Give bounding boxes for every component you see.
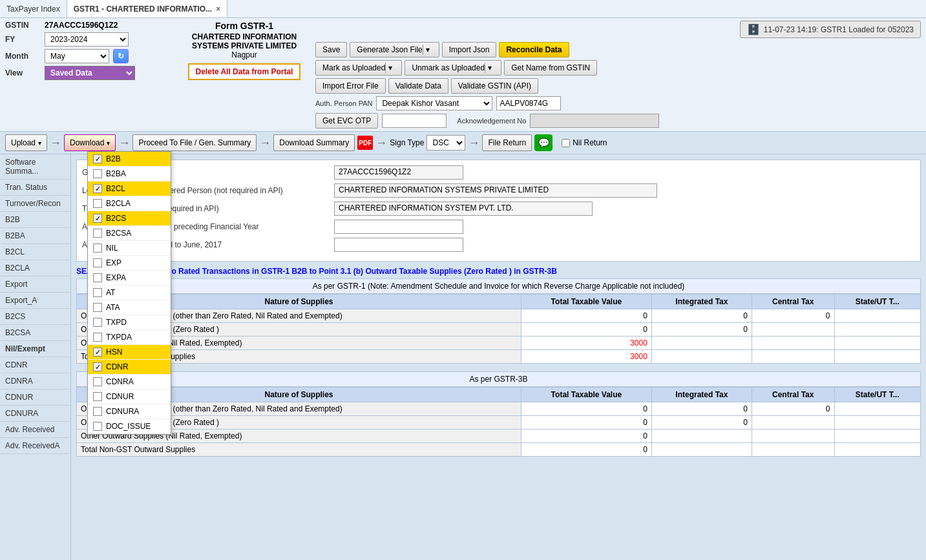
- dropdown-item-ata[interactable]: ATA: [88, 300, 171, 315]
- dropdown-item-hsn[interactable]: ✓ HSN: [88, 345, 171, 360]
- save-button[interactable]: Save: [315, 42, 347, 57]
- import-error-button[interactable]: Import Error File: [315, 78, 386, 94]
- month-select[interactable]: May JanuaryFebruaryMarchApril JuneJulyAu…: [45, 49, 109, 63]
- checkbox-cdnur[interactable]: [93, 392, 102, 401]
- mark-uploaded-button[interactable]: Mark as Uploaded ▾: [315, 60, 402, 76]
- dropdown-item-cdnr[interactable]: ✓ CDNR: [88, 360, 171, 375]
- dropdown-item-b2cla[interactable]: B2CLA: [88, 196, 171, 211]
- file-return-button[interactable]: File Return: [482, 134, 532, 151]
- sidebar-item-b2cla[interactable]: B2CLA: [0, 260, 70, 276]
- sidebar-item-b2ba[interactable]: B2BA: [0, 228, 70, 244]
- dropdown-item-b2b[interactable]: ✓ B2B: [88, 152, 171, 167]
- checkbox-doc-issue[interactable]: [93, 422, 102, 431]
- dropdown-item-txpd[interactable]: TXPD: [88, 315, 171, 330]
- get-evc-button[interactable]: Get EVC OTP: [315, 113, 378, 129]
- download-button[interactable]: Download ▾: [64, 134, 116, 151]
- ct-cell: 0: [752, 309, 834, 323]
- validate-gstin-button[interactable]: Validate GSTIN (API): [451, 78, 538, 94]
- agg-april-input[interactable]: [334, 238, 463, 252]
- sidebar-item-cdnra[interactable]: CDNRA: [0, 373, 70, 389]
- sidebar-item-export[interactable]: Export: [0, 276, 70, 293]
- dropdown-item-cdnra[interactable]: CDNRA: [88, 375, 171, 389]
- dropdown-item-b2ba[interactable]: B2BA: [88, 167, 171, 181]
- checkbox-b2b[interactable]: ✓: [93, 154, 102, 163]
- dropdown-item-expa[interactable]: EXPA: [88, 271, 171, 285]
- reconcile-button[interactable]: Reconcile Data: [499, 42, 569, 57]
- sidebar-item-adv-received[interactable]: Adv. Received: [0, 422, 70, 438]
- checkbox-b2cs[interactable]: ✓: [93, 214, 102, 223]
- tab-gstr1[interactable]: GSTR1 - CHARTERED INFORMATIO... ×: [67, 0, 227, 17]
- checkbox-at[interactable]: [93, 288, 102, 297]
- unmark-uploaded-arrow[interactable]: ▾: [485, 63, 494, 73]
- checkbox-txpd[interactable]: [93, 318, 102, 327]
- checkbox-exp[interactable]: [93, 258, 102, 267]
- sidebar-item-adv-received-a[interactable]: Adv. ReceivedA: [0, 438, 70, 454]
- dropdown-item-nil[interactable]: NIL: [88, 241, 171, 256]
- evc-input[interactable]: [382, 114, 447, 128]
- sign-type-select[interactable]: DSC EVC: [426, 135, 465, 150]
- chat-icon[interactable]: 💬: [534, 134, 552, 151]
- sidebar-item-turnover-recon[interactable]: Turnover/Recon: [0, 196, 70, 212]
- mark-uploaded-arrow[interactable]: ▾: [385, 63, 395, 73]
- ack-input[interactable]: [530, 114, 659, 128]
- dropdown-label-hsn: HSN: [106, 347, 122, 357]
- auth-pan-select[interactable]: Deepak Kishor Vasant: [376, 96, 492, 110]
- gstin-value: 27AACCC1596Q1Z2: [45, 21, 118, 30]
- unmark-uploaded-button[interactable]: Unmark as Uploaded ▾: [405, 60, 501, 76]
- generate-json-button[interactable]: Generate Json File ▾: [350, 42, 439, 57]
- agg-prev-input[interactable]: [334, 220, 463, 234]
- tab-taxpayer-index[interactable]: TaxPayer Index: [0, 0, 67, 17]
- refresh-button[interactable]: ↻: [113, 49, 129, 63]
- dropdown-item-b2csa[interactable]: B2CSA: [88, 226, 171, 241]
- checkbox-cdnra[interactable]: [93, 377, 102, 386]
- proceed-button[interactable]: Proceed To File / Gen. Summary: [132, 134, 257, 151]
- dropdown-item-b2cs[interactable]: ✓ B2CS: [88, 211, 171, 226]
- dropdown-item-cdnura[interactable]: CDNURA: [88, 404, 171, 419]
- checkbox-nil[interactable]: [93, 244, 102, 253]
- sidebar-item-b2cs[interactable]: B2CS: [0, 309, 70, 325]
- pdf-icon[interactable]: PDF: [357, 136, 373, 150]
- dropdown-item-txpda[interactable]: TXPDA: [88, 330, 171, 345]
- dropdown-item-cdnur[interactable]: CDNUR: [88, 389, 171, 404]
- checkbox-b2cl[interactable]: ✓: [93, 184, 102, 193]
- checkbox-cdnura[interactable]: [93, 407, 102, 416]
- checkbox-txpda[interactable]: [93, 333, 102, 342]
- sidebar-item-tran-status[interactable]: Tran. Status: [0, 180, 70, 196]
- dropdown-item-exp[interactable]: EXP: [88, 256, 171, 271]
- dropdown-item-b2cl[interactable]: ✓ B2CL: [88, 181, 171, 196]
- sidebar-item-b2b[interactable]: B2B: [0, 212, 70, 228]
- checkbox-b2cla[interactable]: [93, 199, 102, 208]
- checkbox-b2ba[interactable]: [93, 169, 102, 178]
- upload-button[interactable]: Upload ▾: [5, 134, 47, 151]
- close-tab-icon[interactable]: ×: [216, 5, 220, 14]
- download-summary-button[interactable]: Download Summary: [273, 134, 355, 151]
- nil-return-checkbox[interactable]: [562, 139, 570, 147]
- sidebar-item-b2cl[interactable]: B2CL: [0, 244, 70, 260]
- sidebar-item-b2csa[interactable]: B2CSA: [0, 325, 70, 341]
- auth-pan-code-input[interactable]: [496, 96, 561, 110]
- checkbox-cdnr[interactable]: ✓: [93, 362, 102, 371]
- delete-portal-data-button[interactable]: Delete All Data from Portal: [188, 63, 301, 80]
- checkbox-ata[interactable]: [93, 303, 102, 312]
- sidebar-item-nil-exempt[interactable]: Nil/Exempt: [0, 341, 70, 357]
- sidebar-item-export-a[interactable]: Export_A: [0, 293, 70, 309]
- top-area: GSTIN 27AACCC1596Q1Z2 FY 2023-2024 2022-…: [0, 18, 926, 132]
- import-json-button[interactable]: Import Json: [442, 42, 497, 57]
- auth-row: Auth. Person PAN Deepak Kishor Vasant: [315, 96, 921, 110]
- checkbox-hsn[interactable]: ✓: [93, 347, 102, 357]
- sidebar-item-cdnr[interactable]: CDNR: [0, 357, 70, 373]
- validate-data-button[interactable]: Validate Data: [388, 78, 448, 94]
- dropdown-item-at[interactable]: AT: [88, 285, 171, 300]
- sidebar-item-software-summary[interactable]: Software Summa...: [0, 154, 70, 180]
- checkbox-b2csa[interactable]: [93, 229, 102, 238]
- fy-select[interactable]: 2023-2024 2022-2023 2021-2022: [45, 32, 129, 47]
- generate-json-arrow[interactable]: ▾: [423, 45, 432, 55]
- view-select[interactable]: Saved Data Portal Data: [45, 66, 135, 80]
- upload-label: Upload: [11, 138, 36, 147]
- get-name-button[interactable]: Get Name from GSTIN: [504, 60, 597, 76]
- dropdown-item-doc-issue[interactable]: DOC_ISSUE: [88, 419, 171, 434]
- th-ttv-1: Total Taxable Value: [521, 295, 651, 309]
- checkbox-expa[interactable]: [93, 273, 102, 282]
- sidebar-item-cdnur[interactable]: CDNUR: [0, 389, 70, 406]
- sidebar-item-cdnura[interactable]: CDNURA: [0, 406, 70, 422]
